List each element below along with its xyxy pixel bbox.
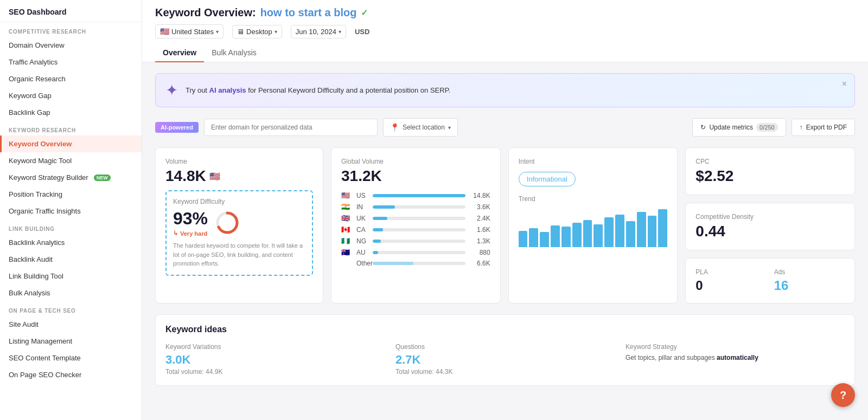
trend-bar-4 (561, 227, 571, 247)
main-content: Keyword Overview: how to start a blog ✓ … (142, 0, 868, 420)
ai-banner: ✦ Try out AI analysis for Personal Keywo… (155, 73, 855, 107)
export-label: Export to PDF (806, 124, 847, 131)
bar-fill-uk (373, 217, 387, 220)
pla-ads-card: PLA 0 Ads 16 (685, 258, 855, 303)
global-volume-card: Global Volume 31.2K 🇺🇸US14.8K🇮🇳IN3.6K🇬🇧U… (331, 147, 501, 303)
sidebar-item-link-building-tool[interactable]: Link Building Tool (0, 268, 142, 285)
device-selector[interactable]: 🖥 Desktop ▾ (232, 25, 282, 38)
variations-type: Keyword Variations (165, 343, 385, 351)
kd-donut-chart (215, 211, 239, 235)
ai-banner-text: Try out AI analysis for Personal Keyword… (186, 86, 845, 94)
keyword-variations-item: Keyword Variations 3.0K Total volume: 44… (165, 343, 385, 376)
cpc-value: $2.52 (695, 167, 845, 185)
trend-bar-2 (540, 232, 549, 247)
page-title-prefix: Keyword Overview: (155, 7, 256, 19)
bar-fill-ng (373, 240, 381, 243)
country-selector[interactable]: 🇺🇸 United States ▾ (155, 24, 224, 38)
sidebar-item-keyword-strategy-builder[interactable]: Keyword Strategy BuilderNEW (0, 169, 142, 186)
trend-bar-5 (572, 223, 582, 247)
sidebar-item-position-tracking[interactable]: Position Tracking (0, 186, 142, 203)
counter-badge: 0/250 (756, 123, 778, 132)
sidebar-item-backlink-audit[interactable]: Backlink Audit (0, 251, 142, 268)
sidebar-item-listing-management[interactable]: Listing Management (0, 333, 142, 350)
country-value-us: 14.8K (470, 192, 490, 199)
cpc-label: CPC (695, 158, 845, 165)
tab-overview[interactable]: Overview (155, 44, 204, 62)
questions-item: Questions 2.7K Total volume: 44.3K (395, 343, 615, 376)
sidebar-item-backlink-gap[interactable]: Backlink Gap (0, 104, 142, 121)
sidebar-item-keyword-magic-tool[interactable]: Keyword Magic Tool (0, 152, 142, 169)
trend-bar-7 (593, 224, 603, 247)
toolbar: AI-powered 📍 Select location ▾ ↻ Update … (155, 118, 855, 137)
help-button[interactable]: ? (831, 383, 855, 407)
location-chevron-icon: ▾ (448, 125, 451, 131)
update-label: Update metrics (709, 124, 753, 131)
sidebar: SEO Dashboard COMPETITIVE RESEARCHDomain… (0, 0, 142, 420)
volume-kd-card: Volume 14.8K 🇺🇸 Keyword Difficulty 93% ↳… (155, 147, 323, 303)
trend-bar-12 (648, 216, 657, 247)
update-metrics-button[interactable]: ↻ Update metrics 0/250 (692, 118, 786, 137)
export-pdf-button[interactable]: ↑ Export to PDF (792, 119, 855, 136)
trend-bar-11 (637, 212, 646, 247)
country-row-other: Other6.6K (341, 260, 490, 267)
country-code-in: IN (356, 203, 368, 211)
trend-label: Trend (519, 195, 668, 203)
cpc-card: CPC $2.52 (685, 147, 855, 195)
volume-flag: 🇺🇸 (209, 171, 220, 182)
sidebar-item-keyword-gap[interactable]: Keyword Gap (0, 87, 142, 104)
strategy-type: Keyword Strategy (626, 343, 845, 351)
ads-value: 16 (774, 278, 845, 293)
keyword-ideas-title: Keyword ideas (165, 325, 845, 334)
sidebar-item-seo-content-template[interactable]: SEO Content Template (0, 350, 142, 366)
sidebar-item-keyword-overview[interactable]: Keyword Overview (0, 135, 142, 152)
bar-track-ng (373, 240, 465, 243)
volume-value: 14.8K 🇺🇸 (165, 167, 313, 185)
page-title-query: how to start a blog (260, 7, 357, 19)
date-selector[interactable]: Jun 10, 2024 ▾ (291, 25, 346, 38)
country-value-other: 6.6K (470, 260, 490, 267)
sidebar-item-site-audit[interactable]: Site Audit (0, 316, 142, 333)
country-flag-au: 🇦🇺 (341, 248, 352, 256)
bar-fill-us (373, 194, 465, 197)
sidebar-item-backlink-analytics[interactable]: Backlink Analytics (0, 234, 142, 251)
country-value-uk: 2.4K (470, 215, 490, 222)
cursor-icon: ↳ (173, 230, 178, 237)
country-row-us: 🇺🇸US14.8K (341, 191, 490, 199)
trend-bar-13 (658, 209, 667, 247)
sidebar-item-organic-traffic-insights[interactable]: Organic Traffic Insights (0, 203, 142, 219)
toolbar-right: ↻ Update metrics 0/250 ↑ Export to PDF (692, 118, 855, 137)
sidebar-item-on-page-seo-checker[interactable]: On Page SEO Checker (0, 366, 142, 383)
comp-density-card: Competitive Density 0.44 (685, 203, 855, 250)
strategy-item: Keyword Strategy Get topics, pillar and … (626, 343, 845, 376)
desktop-icon: 🖥 (237, 28, 244, 36)
pla-label: PLA (695, 268, 766, 276)
country-code-ca: CA (356, 226, 368, 234)
trend-bar-3 (551, 225, 560, 247)
trend-bar-0 (519, 231, 528, 247)
country-row-in: 🇮🇳IN3.6K (341, 203, 490, 211)
kd-hard-label: ↳ Very hard (173, 230, 208, 237)
bar-track-us (373, 194, 465, 197)
intent-trend-card: Intent Informational Trend (508, 147, 678, 303)
sidebar-item-organic-research[interactable]: Organic Research (0, 70, 142, 87)
strategy-highlight: automatically (717, 354, 758, 361)
location-select[interactable]: 📍 Select location ▾ (383, 118, 458, 137)
sidebar-logo: SEO Dashboard (0, 0, 142, 22)
metrics-grid: Volume 14.8K 🇺🇸 Keyword Difficulty 93% ↳… (155, 147, 855, 303)
keyword-ideas-grid: Keyword Variations 3.0K Total volume: 44… (165, 343, 845, 376)
country-code-us: US (356, 192, 368, 199)
keyword-ideas-section: Keyword ideas Keyword Variations 3.0K To… (155, 314, 855, 386)
sidebar-item-bulk-analysis[interactable]: Bulk Analysis (0, 285, 142, 301)
tab-bulk-analysis[interactable]: Bulk Analysis (204, 44, 264, 62)
close-button[interactable]: × (842, 79, 847, 89)
ads-section: Ads 16 (774, 268, 845, 293)
sidebar-item-domain-overview[interactable]: Domain Overview (0, 37, 142, 54)
domain-input[interactable] (204, 119, 378, 136)
pla-section: PLA 0 (695, 268, 766, 293)
kd-percent: 93% (173, 209, 208, 229)
location-icon: 📍 (390, 123, 399, 132)
sidebar-item-traffic-analytics[interactable]: Traffic Analytics (0, 54, 142, 70)
export-icon: ↑ (800, 124, 803, 131)
trend-bar-6 (583, 220, 592, 247)
country-code-other: Other (356, 260, 368, 267)
